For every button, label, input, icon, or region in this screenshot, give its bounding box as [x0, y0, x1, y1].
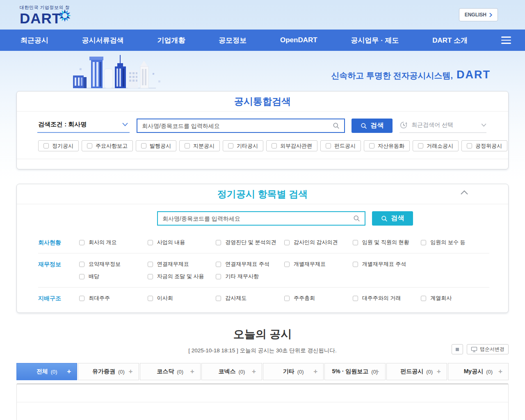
plus-icon[interactable]: + — [129, 368, 133, 376]
checkbox[interactable] — [141, 143, 146, 148]
checkbox[interactable] — [216, 240, 221, 245]
checkbox[interactable] — [216, 296, 221, 301]
integrated-search-button[interactable]: 검색 — [352, 119, 393, 133]
checkbox[interactable] — [148, 296, 153, 301]
item-label: 배당 — [89, 273, 99, 280]
dart-logo[interactable]: 대한민국 기업정보의 창 DART — [20, 5, 72, 25]
checkbox[interactable] — [353, 262, 358, 267]
periodic-company-search-input[interactable] — [162, 215, 353, 222]
item-company-overview[interactable]: 회사의 개요 — [79, 236, 148, 249]
item-auditor-opinion[interactable]: 감사인의 감사의견 — [284, 236, 353, 249]
filter-major-report[interactable]: 주요사항보고 — [82, 140, 133, 151]
checkbox[interactable] — [87, 143, 92, 148]
nav-disclosure-system[interactable]: 공시업무 · 제도 — [351, 36, 399, 45]
filter-external-audit[interactable]: 외부감사관련 — [266, 140, 317, 151]
item-consolidated-statements[interactable]: 연결재무제표 — [148, 258, 216, 270]
item-label: 요약재무정보 — [89, 260, 121, 268]
item-executive-compensation[interactable]: 임원의 보수 등 — [421, 236, 489, 249]
checkbox[interactable] — [353, 296, 358, 301]
item-separate-notes[interactable]: 개별재무제표 주석 — [353, 258, 421, 270]
checkbox[interactable] — [353, 240, 358, 245]
search-icon[interactable] — [333, 122, 340, 129]
filter-ftc[interactable]: 공정위공시 — [461, 140, 507, 151]
tab-kospi[interactable]: 유가증권(0)+ — [78, 363, 139, 380]
item-affiliates[interactable]: 계열회사 — [421, 292, 489, 304]
checkbox[interactable] — [148, 262, 153, 267]
checkbox[interactable] — [418, 143, 423, 148]
recent-searches-select[interactable]: 최근검색어 선택 — [399, 121, 486, 133]
filter-other[interactable]: 기타공시 — [223, 140, 263, 151]
tab-other[interactable]: 기타(0)+ — [263, 363, 324, 380]
nav-document-search[interactable]: 공시서류검색 — [82, 36, 124, 45]
checkbox[interactable] — [284, 240, 290, 245]
item-business-content[interactable]: 사업의 내용 — [148, 236, 216, 249]
plus-icon[interactable]: + — [498, 368, 502, 376]
checkbox[interactable] — [284, 296, 290, 301]
hamburger-menu-icon[interactable] — [501, 37, 513, 44]
checkbox[interactable] — [79, 262, 84, 267]
checkbox[interactable] — [326, 143, 331, 148]
checkbox[interactable] — [228, 143, 233, 148]
checkbox[interactable] — [148, 240, 153, 245]
tab-fund[interactable]: 펀드공시(0)+ — [386, 363, 447, 380]
item-executives-employees[interactable]: 임원 및 직원의 현황 — [353, 236, 421, 249]
plus-icon[interactable]: + — [67, 368, 71, 376]
nav-dart-intro[interactable]: DART 소개 — [432, 36, 468, 45]
checkbox[interactable] — [369, 143, 374, 148]
periodic-search-button[interactable]: 검색 — [372, 211, 413, 226]
checkbox[interactable] — [216, 274, 221, 279]
item-summary-financials[interactable]: 요약재무정보 — [79, 258, 148, 270]
plus-icon[interactable]: + — [437, 368, 441, 376]
item-separate-statements[interactable]: 개별재무제표 — [284, 258, 353, 270]
item-management-analysis[interactable]: 경영진단 및 분석의견 — [216, 236, 284, 249]
filter-fund[interactable]: 펀드공시 — [320, 140, 361, 151]
item-dividends[interactable]: 배당 — [79, 270, 148, 283]
checkbox[interactable] — [79, 274, 84, 279]
chevron-up-icon[interactable] — [461, 190, 468, 195]
checkbox[interactable] — [421, 296, 426, 301]
item-other-financial[interactable]: 기타 재무사항 — [216, 270, 284, 283]
tab-order-change-button[interactable]: 탭순서변경 — [467, 344, 509, 354]
nav-company-overview[interactable]: 기업개황 — [158, 36, 185, 45]
plus-icon[interactable]: + — [190, 368, 194, 376]
filter-exchange[interactable]: 거래소공시 — [413, 140, 459, 151]
tab-kosdaq[interactable]: 코스닥(0)+ — [140, 363, 201, 380]
item-consolidated-notes[interactable]: 연결재무제표 주석 — [216, 258, 284, 270]
search-condition-select[interactable]: 검색조건 : 회사명 — [37, 121, 130, 133]
plus-icon[interactable]: + — [313, 368, 317, 376]
nav-offering-info[interactable]: 공모정보 — [219, 36, 247, 45]
view-mode-button[interactable] — [452, 344, 463, 354]
checkbox[interactable] — [272, 143, 277, 148]
tab-my[interactable]: My공시(0)+ — [448, 363, 509, 380]
checkbox[interactable] — [467, 143, 472, 148]
item-largest-shareholder[interactable]: 최대주주 — [79, 292, 148, 304]
item-shareholder-meeting[interactable]: 주주총회 — [284, 292, 353, 304]
filter-ownership[interactable]: 지분공시 — [179, 140, 220, 151]
checkbox[interactable] — [185, 143, 190, 148]
checkbox[interactable] — [284, 262, 290, 267]
company-search-input[interactable] — [142, 123, 333, 129]
item-audit-system[interactable]: 감사제도 — [216, 292, 284, 304]
filter-asset-securitization[interactable]: 자산유동화 — [364, 140, 410, 151]
checkbox[interactable] — [79, 296, 84, 301]
tab-5pct-executive[interactable]: 5% · 임원보고(0)+ — [324, 363, 385, 380]
plus-icon[interactable]: + — [375, 368, 379, 376]
checkbox[interactable] — [79, 240, 84, 245]
nav-opendart[interactable]: OpenDART — [280, 36, 317, 44]
checkbox[interactable] — [421, 240, 426, 245]
filter-issuance[interactable]: 발행공시 — [136, 140, 176, 151]
nav-recent-disclosures[interactable]: 최근공시 — [21, 36, 48, 45]
item-funding-use[interactable]: 자금의 조달 및 사용 — [148, 270, 216, 283]
checkbox[interactable] — [216, 262, 221, 267]
tab-konex[interactable]: 코넥스(0)+ — [201, 363, 262, 380]
english-button[interactable]: ENGLISH — [459, 8, 498, 21]
search-icon[interactable] — [353, 215, 360, 222]
plus-icon[interactable]: + — [252, 368, 256, 376]
checkbox[interactable] — [43, 143, 49, 148]
filter-periodic[interactable]: 정기공시 — [38, 140, 79, 151]
checkbox[interactable] — [148, 274, 153, 279]
tab-all[interactable]: 전체(0)+ — [16, 363, 77, 380]
item-label: 사업의 내용 — [157, 239, 185, 246]
item-board[interactable]: 이사회 — [148, 292, 216, 304]
item-major-shareholder-transactions[interactable]: 대주주와의 거래 — [353, 292, 421, 304]
